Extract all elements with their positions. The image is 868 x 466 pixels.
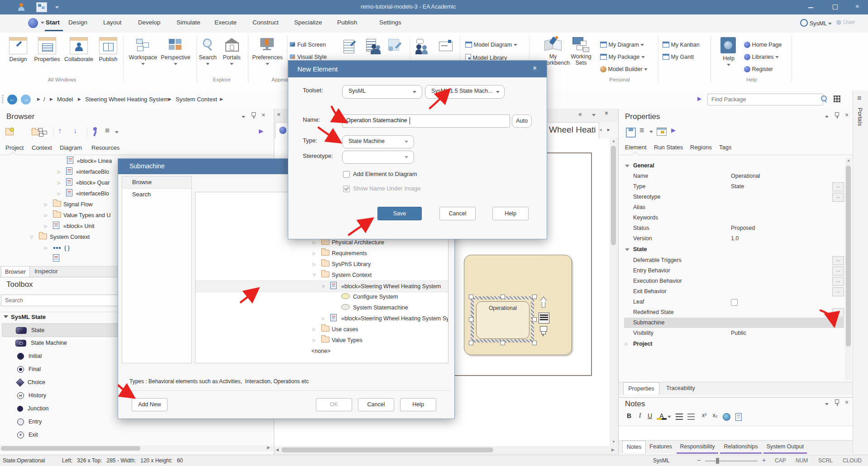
- browser-play-icon[interactable]: ▶: [259, 128, 263, 134]
- preferences-button[interactable]: Preferences: [252, 37, 283, 67]
- publish-button[interactable]: Publish: [96, 37, 120, 62]
- home-page-button[interactable]: Home Page: [744, 42, 782, 48]
- font-color-button[interactable]: A: [657, 412, 667, 420]
- new-element-close-icon[interactable]: ×: [533, 64, 537, 72]
- locate-element-icon[interactable]: [91, 127, 99, 137]
- new-element-dialog-header[interactable]: New Element ×: [288, 61, 547, 77]
- prop-alias-label[interactable]: Alias: [633, 202, 645, 213]
- portals-vertical-tab[interactable]: Portals: [857, 108, 863, 126]
- tab-scroll-left-icon[interactable]: ◂: [599, 127, 602, 133]
- ellipsis-button[interactable]: ...: [832, 256, 844, 265]
- menu-caret-icon[interactable]: [649, 131, 653, 133]
- scroll-right-icon[interactable]: ▶: [267, 445, 270, 450]
- discussion-icon[interactable]: [415, 39, 430, 55]
- help-button[interactable]: Help: [718, 37, 739, 68]
- save-button[interactable]: Save: [377, 207, 422, 220]
- prop-keywords-label[interactable]: Keywords: [633, 213, 658, 223]
- properties-tab-regions[interactable]: Regions: [690, 144, 712, 151]
- underline-button[interactable]: U: [645, 412, 655, 419]
- quicklink-arrow-icon[interactable]: [539, 297, 548, 309]
- find-package-input[interactable]: [707, 94, 823, 105]
- properties-pin-icon[interactable]: [835, 112, 839, 119]
- tree-item-none[interactable]: <none>: [196, 346, 448, 357]
- grid-view-icon[interactable]: [834, 95, 840, 102]
- nav-search[interactable]: Search: [122, 189, 191, 200]
- zoom-slider-track[interactable]: [705, 461, 758, 461]
- prop-status-value[interactable]: Proposed: [731, 223, 755, 233]
- toolbox-item-exit[interactable]: ×Exit: [2, 428, 270, 441]
- prop-visibility-value[interactable]: Public: [731, 328, 746, 338]
- move-down-icon[interactable]: ↓: [73, 127, 77, 135]
- register-button[interactable]: Register: [744, 66, 773, 72]
- prop-visibility-label[interactable]: Visibility: [633, 328, 653, 338]
- resize-handle[interactable]: [501, 295, 505, 299]
- add-new-button[interactable]: Add New: [132, 398, 167, 411]
- show-name-checkbox[interactable]: [343, 185, 350, 192]
- italic-button[interactable]: I: [635, 412, 645, 419]
- toolbox-hscrollbar[interactable]: ▶: [0, 445, 273, 452]
- resize-handle[interactable]: [532, 341, 537, 345]
- notes-menu-caret-icon[interactable]: [825, 403, 829, 405]
- breadcrumb-context[interactable]: System Context: [176, 96, 217, 103]
- state-operational[interactable]: Operational: [476, 301, 529, 339]
- tab-construct[interactable]: Construct: [253, 19, 279, 26]
- tabs-collapse-icon[interactable]: «: [578, 110, 582, 118]
- minimize-button[interactable]: [808, 7, 814, 13]
- maximize-button[interactable]: [833, 5, 838, 10]
- browser-tab-diagram[interactable]: Diagram: [60, 144, 82, 151]
- zoom-out-button[interactable]: −: [697, 456, 701, 464]
- prop-redefined-label[interactable]: Redefined State: [633, 307, 674, 318]
- properties-tab-element[interactable]: Element: [625, 144, 647, 151]
- model-builder-button[interactable]: Model Builder: [600, 66, 648, 72]
- tab-settings[interactable]: Settings: [379, 19, 401, 26]
- port-tool-icon[interactable]: [539, 325, 548, 337]
- perspective-button[interactable]: Perspective: [159, 37, 192, 67]
- prop-entry-label[interactable]: Entry Behavior: [633, 266, 670, 276]
- menu-icon[interactable]: ≡: [639, 126, 644, 135]
- prop-version-value[interactable]: 1.0: [731, 233, 739, 244]
- properties-tab-run-states[interactable]: Run States: [654, 144, 683, 151]
- my-package-button[interactable]: My Package: [600, 54, 645, 60]
- tab-publish[interactable]: Publish: [337, 19, 357, 26]
- add-element-checkbox[interactable]: [343, 171, 350, 178]
- ellipsis-button[interactable]: ...: [832, 308, 844, 317]
- tree-item-value-types[interactable]: ▷Value Types: [196, 335, 448, 346]
- scroll-down-icon[interactable]: ▼: [612, 440, 615, 444]
- my-gantt-button[interactable]: My Gantt: [663, 54, 694, 60]
- tree-item-system-statemachine[interactable]: System Statemachine: [196, 302, 448, 313]
- model-diagram-button[interactable]: Model Diagram: [465, 42, 517, 48]
- breadcrumb-model[interactable]: Model: [57, 96, 73, 103]
- tabs-menu-caret-icon[interactable]: [592, 114, 596, 116]
- prop-leaf-label[interactable]: Leaf: [633, 297, 644, 307]
- ellipsis-button[interactable]: ...: [832, 287, 844, 296]
- breadcrumb-arrow-icon[interactable]: ▶: [50, 97, 53, 101]
- resize-handle[interactable]: [501, 341, 505, 345]
- diagram-hscrollbar[interactable]: ◀ ▶: [274, 447, 617, 453]
- section-project[interactable]: ▷Project: [633, 339, 652, 349]
- ellipsis-button[interactable]: ...: [832, 277, 844, 286]
- notes-tab-features[interactable]: Features: [647, 441, 675, 452]
- journal-icon[interactable]: [387, 39, 402, 55]
- resize-handle[interactable]: [469, 341, 473, 345]
- diagram-vscrollbar[interactable]: ▲ ▼: [610, 138, 617, 446]
- scroll-up-icon[interactable]: ▲: [847, 158, 850, 162]
- bottom-tab-traceability[interactable]: Traceability: [660, 382, 701, 394]
- tab-simulate[interactable]: Simulate: [176, 19, 200, 26]
- prop-status-label[interactable]: Status: [633, 223, 649, 233]
- perspective-switch[interactable]: SysML: [800, 19, 832, 27]
- help-button[interactable]: Help: [492, 207, 529, 220]
- scroll-up-icon[interactable]: ▲: [612, 139, 615, 143]
- ellipsis-button[interactable]: ...: [832, 193, 844, 202]
- browser-menu-caret-icon[interactable]: [242, 116, 245, 118]
- quick-access-caret-icon[interactable]: [55, 6, 59, 9]
- properties-scrollbar[interactable]: ▲: [845, 157, 852, 380]
- auto-button[interactable]: Auto: [512, 114, 532, 128]
- bottom-tab-browser[interactable]: Browser: [1, 266, 30, 277]
- prop-exit-label[interactable]: Exit Behavior: [633, 286, 667, 297]
- cancel-button[interactable]: Cancel: [358, 398, 394, 411]
- prop-name-value[interactable]: Operational: [731, 171, 760, 181]
- hamburger-caret-icon[interactable]: [115, 131, 119, 133]
- model-hierarchy-icon[interactable]: [38, 128, 47, 136]
- numbered-list-icon[interactable]: [687, 414, 695, 420]
- type-select[interactable]: State Machine: [342, 135, 414, 148]
